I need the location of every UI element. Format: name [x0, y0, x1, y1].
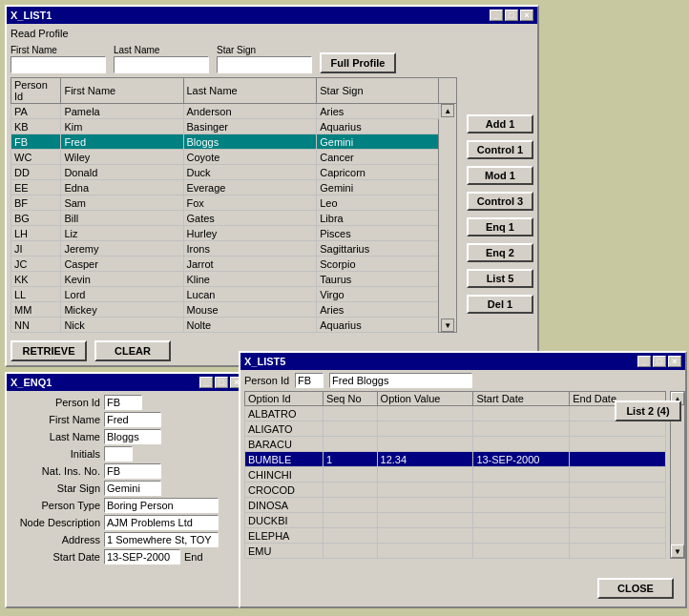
table-row[interactable]: MMMickeyMouseAries	[11, 302, 457, 318]
start-date-row: Start Date 13-SEP-2000 End	[9, 549, 245, 565]
node-desc-value: AJM Problems Ltd	[104, 515, 219, 530]
col-last-name: Last Name	[183, 78, 317, 104]
table-row[interactable]: PAPamelaAndersonAries▲▼	[11, 104, 457, 119]
person-id-value: FB	[104, 395, 142, 410]
node-desc-row: Node Description AJM Problems Ltd	[9, 515, 245, 530]
list-item[interactable]: BUMBLE112.3413-SEP-2000	[245, 452, 666, 467]
col-start-date: Start Date	[473, 392, 570, 406]
xlist5-window: X_LIST5 _ □ × Person Id FB Fred Bloggs O…	[239, 351, 687, 608]
address-value: 1 Somewhere St, TOY	[104, 532, 219, 547]
nat-ins-value: FB	[104, 463, 161, 479]
main-table-container: Person Id First Name Last Name Star Sign…	[10, 77, 457, 333]
xlist5-title: X_LIST5	[244, 356, 285, 367]
table-row[interactable]: JIJeremyIronsSagittarius	[11, 241, 457, 257]
nat-ins-label: Nat. Ins. No.	[9, 465, 104, 477]
xlist1-window: X_LIST1 _ □ × Read Profile First Name La…	[5, 5, 539, 367]
list-item[interactable]: EMU	[245, 544, 666, 559]
nat-ins-row: Nat. Ins. No. FB	[9, 463, 245, 479]
list-item[interactable]: DUCKBI	[245, 513, 666, 528]
person-table: Person Id First Name Last Name Star Sign…	[10, 77, 457, 333]
table-row[interactable]: KBKimBasingerAquarius	[11, 119, 457, 134]
options-table-body: ALBATROALIGATOBARACUBUMBLE112.3413-SEP-2…	[245, 406, 666, 559]
table-row[interactable]: NNNickNolteAquarius	[11, 318, 457, 333]
enq2-button[interactable]: Enq 2	[467, 243, 533, 262]
table-row[interactable]: LLLordLucanVirgo	[11, 287, 457, 302]
list-item[interactable]: CHINCHI	[245, 467, 666, 483]
last-name-enq-label: Last Name	[9, 431, 104, 442]
table-row[interactable]: DDDonaldDuckCapricorn	[11, 165, 457, 180]
control3-button[interactable]: Control 3	[467, 192, 533, 211]
xlist5-close-btn[interactable]: ×	[668, 356, 681, 367]
xenq1-minimize-btn[interactable]: _	[199, 377, 213, 388]
del1-button[interactable]: Del 1	[467, 295, 533, 314]
list-item[interactable]: BARACU	[245, 437, 666, 452]
xenq1-maximize-btn[interactable]: □	[215, 377, 228, 388]
first-name-enq-label: First Name	[9, 414, 104, 425]
star-sign-input[interactable]	[217, 56, 312, 73]
list2-area: List 2 (4)	[615, 400, 681, 421]
full-profile-button[interactable]: Full Profile	[320, 52, 396, 73]
bottom-bar: RETRIEVE CLEAR	[10, 340, 171, 361]
list-item[interactable]: ALBATRO	[245, 406, 666, 421]
xenq1-title: X_ENQ1	[10, 377, 52, 388]
xlist5-person-name-val: Fred Bloggs	[329, 373, 472, 388]
main-scroll-down[interactable]: ▼	[441, 318, 454, 332]
add1-button[interactable]: Add 1	[467, 114, 533, 133]
close-button[interactable]: CLOSE	[597, 578, 674, 599]
star-sign-label: Star Sign	[217, 45, 312, 55]
col-person-id: Person Id	[11, 78, 61, 104]
end-label: End	[184, 551, 203, 563]
list-item[interactable]: CROCOD	[245, 483, 666, 498]
xlist1-title: X_LIST1	[10, 10, 52, 21]
close-bar: CLOSE	[590, 574, 681, 603]
table-row[interactable]: FBFredBloggsGemini	[11, 134, 457, 150]
options-table: Option Id Seq No Option Value Start Date…	[244, 391, 666, 559]
xlist1-close-btn[interactable]: ×	[520, 10, 533, 21]
table-row[interactable]: KKKevinKlineTaurus	[11, 272, 457, 287]
clear-button[interactable]: CLEAR	[94, 340, 171, 361]
mod1-button[interactable]: Mod 1	[467, 166, 533, 185]
right-panel-buttons: Add 1 Control 1 Mod 1 Control 3 Enq 1 En…	[467, 114, 533, 318]
read-profile-row: First Name Last Name Star Sign Full Prof…	[10, 41, 533, 73]
first-name-label: First Name	[10, 45, 106, 55]
xlist1-title-buttons: _ □ ×	[490, 10, 533, 21]
xlist5-title-bar: X_LIST5 _ □ ×	[240, 353, 685, 370]
list-item[interactable]: DINOSA	[245, 498, 666, 513]
control1-button[interactable]: Control 1	[467, 140, 533, 159]
person-type-row: Person Type Boring Person	[9, 498, 245, 513]
table-row[interactable]: BGBillGatesLibra	[11, 211, 457, 226]
xlist1-title-bar: X_LIST1 _ □ ×	[7, 7, 537, 24]
table-row[interactable]: BFSamFoxLeo	[11, 195, 457, 211]
table-row[interactable]: WCWileyCoyoteCancer	[11, 150, 457, 165]
last-name-input[interactable]	[114, 56, 209, 73]
first-name-input[interactable]	[10, 56, 106, 73]
table-row[interactable]: JCCasperJarrotScorpio	[11, 257, 457, 272]
list-item[interactable]: ELEPHA	[245, 528, 666, 544]
xlist1-maximize-btn[interactable]: □	[505, 10, 518, 21]
table-row[interactable]: EEEdnaEverageGemini	[11, 180, 457, 195]
xlist5-person-id-val: FB	[295, 373, 324, 388]
initials-label: Initials	[9, 448, 104, 460]
table-row[interactable]: LHLizHurleyPisces	[11, 226, 457, 241]
first-name-row: First Name Fred	[9, 412, 245, 427]
xenq1-body: Person Id FB First Name Fred Last Name B…	[7, 391, 247, 570]
xlist1-minimize-btn[interactable]: _	[490, 10, 503, 21]
col-first-name: First Name	[61, 78, 183, 104]
list2-button[interactable]: List 2 (4)	[615, 400, 681, 421]
address-label: Address	[9, 534, 104, 545]
scroll-down-btn[interactable]: ▼	[671, 544, 684, 558]
xenq1-title-bar: X_ENQ1 _ □ ×	[7, 374, 247, 391]
xlist5-title-buttons: _ □ ×	[637, 356, 681, 367]
person-id-row: Person Id FB	[9, 395, 245, 410]
retrieve-button[interactable]: RETRIEVE	[10, 340, 87, 361]
list5-button[interactable]: List 5	[467, 269, 533, 288]
last-name-row: Last Name Bloggs	[9, 429, 245, 444]
xlist5-maximize-btn[interactable]: □	[653, 356, 666, 367]
node-desc-label: Node Description	[9, 517, 104, 528]
enq1-button[interactable]: Enq 1	[467, 217, 533, 236]
xlist5-minimize-btn[interactable]: _	[637, 356, 651, 367]
list-item[interactable]: ALIGATO	[245, 421, 666, 437]
star-sign-enq-label: Star Sign	[9, 483, 104, 494]
last-name-label: Last Name	[114, 45, 209, 55]
main-scroll-up[interactable]: ▲	[441, 104, 454, 117]
